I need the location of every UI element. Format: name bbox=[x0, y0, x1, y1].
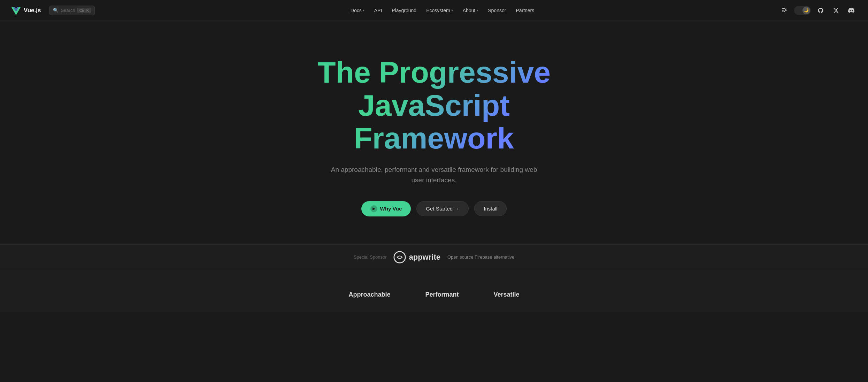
nav-docs[interactable]: Docs ▾ bbox=[346, 6, 369, 15]
chevron-down-icon: ▾ bbox=[476, 8, 478, 12]
sponsor-tagline: Open source Firebase alternative bbox=[447, 254, 514, 260]
install-button[interactable]: Install bbox=[474, 201, 507, 216]
logo-text: Vue.js bbox=[24, 7, 41, 14]
chevron-down-icon: ▾ bbox=[451, 8, 453, 12]
github-icon bbox=[817, 7, 824, 14]
why-vue-button[interactable]: ▶ Why Vue bbox=[361, 201, 411, 216]
appwrite-name: appwrite bbox=[409, 253, 440, 262]
install-label: Install bbox=[484, 206, 497, 212]
search-icon: 🔍 bbox=[53, 8, 59, 13]
theme-knob: 🌙 bbox=[802, 7, 810, 14]
get-started-button[interactable]: Get Started → bbox=[416, 201, 469, 216]
search-bar[interactable]: 🔍 Search Ctrl K bbox=[49, 6, 95, 15]
appwrite-logo-link[interactable]: appwrite bbox=[393, 251, 440, 263]
discord-link[interactable] bbox=[846, 5, 857, 16]
nav-api[interactable]: API bbox=[370, 6, 386, 15]
chevron-down-icon: ▾ bbox=[363, 8, 364, 12]
hero-section: The Progressive JavaScript Framework An … bbox=[0, 21, 868, 244]
feature-approachable: Approachable bbox=[348, 291, 390, 298]
search-label: Search bbox=[61, 8, 75, 13]
search-shortcut: Ctrl K bbox=[77, 8, 91, 13]
nav-ecosystem[interactable]: Ecosystem ▾ bbox=[422, 6, 457, 15]
hero-subtitle: An approachable, performant and versatil… bbox=[330, 165, 539, 186]
appwrite-icon bbox=[393, 251, 406, 263]
sponsor-banner: Special Sponsor appwrite Open source Fir… bbox=[0, 244, 868, 270]
nav-partners[interactable]: Partners bbox=[512, 6, 538, 15]
nav-about[interactable]: About ▾ bbox=[459, 6, 483, 15]
hero-title: The Progressive JavaScript Framework bbox=[277, 56, 591, 155]
play-icon: ▶ bbox=[370, 205, 377, 212]
translate-button[interactable] bbox=[779, 5, 790, 16]
github-link[interactable] bbox=[815, 5, 826, 16]
translate-icon bbox=[781, 7, 788, 14]
twitter-link[interactable] bbox=[830, 5, 842, 16]
get-started-label: Get Started → bbox=[426, 206, 459, 212]
feature-versatile: Versatile bbox=[494, 291, 520, 298]
discord-icon bbox=[848, 7, 854, 14]
navbar: Vue.js 🔍 Search Ctrl K Docs ▾ API Playgr… bbox=[0, 0, 868, 21]
vue-logo-icon bbox=[11, 6, 21, 15]
svg-point-0 bbox=[394, 251, 405, 262]
feature-performant: Performant bbox=[425, 291, 459, 298]
sponsor-label: Special Sponsor bbox=[354, 254, 387, 260]
nav-sponsor[interactable]: Sponsor bbox=[484, 6, 510, 15]
nav-playground[interactable]: Playground bbox=[387, 6, 421, 15]
logo-link[interactable]: Vue.js bbox=[11, 6, 41, 15]
nav-right: 🌙 bbox=[779, 5, 857, 16]
features-section: Approachable Performant Versatile bbox=[0, 270, 868, 312]
theme-toggle[interactable]: 🌙 bbox=[794, 6, 811, 15]
hero-buttons: ▶ Why Vue Get Started → Install bbox=[361, 201, 507, 216]
why-vue-label: Why Vue bbox=[380, 206, 402, 212]
twitter-icon bbox=[833, 8, 839, 13]
nav-links: Docs ▾ API Playground Ecosystem ▾ About … bbox=[106, 6, 779, 15]
